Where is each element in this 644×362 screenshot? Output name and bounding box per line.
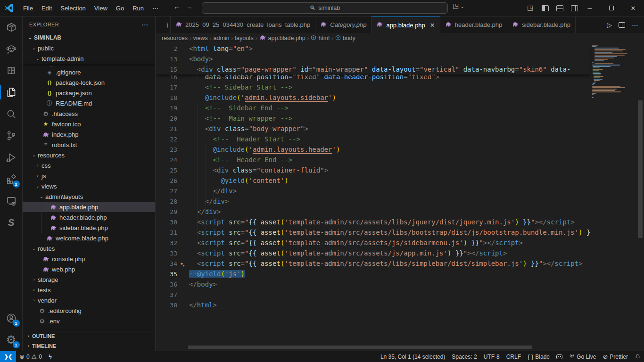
tree-item-views[interactable]: ⌄views — [23, 181, 155, 191]
code-line-26[interactable]: 26 @yield('content') — [156, 175, 590, 186]
activity-package-icon[interactable] — [0, 16, 23, 38]
tree-item-vendor[interactable]: ›vendor — [23, 295, 155, 305]
restore-button[interactable] — [601, 0, 622, 16]
command-center-search[interactable]: 🔍︎ siminlab — [202, 2, 448, 14]
minimap[interactable] — [590, 43, 637, 351]
tree-item-template-admin[interactable]: ⌄template-admin — [23, 53, 155, 64]
activity-remote-explorer-icon[interactable] — [0, 190, 23, 212]
status-eol[interactable]: CRLF — [503, 351, 524, 362]
tree-item-resources[interactable]: ⌄resources — [23, 150, 155, 160]
tree-item-public[interactable]: ⌄public — [23, 43, 155, 53]
breadcrumb-item-resources[interactable]: resources — [162, 35, 188, 41]
minimize-button[interactable]: ─ — [579, 0, 601, 16]
breadcrumb-item-html[interactable]: html — [311, 35, 330, 42]
tree-item-welcome-blade-php[interactable]: welcome.blade.php — [23, 233, 155, 243]
tree-item-sidebar-blade-php[interactable]: sidebar.blade.php — [23, 222, 155, 233]
run-file-icon[interactable]: ▷ — [607, 21, 612, 29]
tree-item--htaccess[interactable]: ⚙.htaccess — [23, 108, 155, 119]
menu-file[interactable]: File — [19, 3, 37, 14]
activity-source-control-icon[interactable] — [0, 125, 23, 147]
tree-item-css[interactable]: ›css — [23, 160, 155, 171]
remote-indicator[interactable]: ❯❮ — [0, 351, 16, 362]
code-line-23[interactable]: 23 @include('admin.layouts.header') — [156, 144, 590, 155]
code-line-19[interactable]: 19 <!-- Sidebar End --> — [156, 103, 590, 113]
code-line-2[interactable]: 2<html lang="en"> — [156, 43, 590, 54]
tab-app-blade-php[interactable]: app.blade.php✕ — [372, 16, 440, 33]
tree-item--gitignore[interactable]: ◈.gitignore — [23, 67, 155, 77]
copilot-sparkle-icon[interactable]: ✦ — [180, 260, 186, 267]
activity-s-logo-icon[interactable]: S — [0, 212, 23, 233]
activity-run-debug-icon[interactable] — [0, 147, 23, 168]
tree-item-storage[interactable]: ›storage — [23, 274, 155, 285]
tree-item-favicon-ico[interactable]: ★favicon.ico — [23, 119, 155, 129]
status-prettier[interactable]: ⊘Prettier — [599, 351, 631, 362]
status-cursor-position[interactable]: Ln 35, Col 1 (14 selected) — [377, 351, 448, 362]
menu-view[interactable]: View — [90, 3, 112, 14]
split-editor-icon[interactable] — [619, 22, 625, 28]
tree-item-index-php[interactable]: index.php — [23, 129, 155, 140]
code-line-13[interactable]: 13<body> — [156, 54, 590, 64]
code-line-32[interactable]: 32 <script src="{{ asset('template-admin… — [156, 238, 590, 248]
code-line-27[interactable]: 27 </div> — [156, 186, 590, 196]
tree-item-package-lock-json[interactable]: {}package-lock.json — [23, 77, 155, 88]
status-copilot-status[interactable] — [553, 351, 566, 362]
close-button[interactable]: ✕ — [622, 0, 644, 16]
menu-⋯[interactable]: ⋯ — [148, 3, 163, 14]
tree-item--editorconfig[interactable]: ⚙.editorconfig — [23, 305, 155, 316]
status-go-live[interactable]: Go Live — [566, 351, 599, 362]
panel-timeline[interactable]: ›TIMELINE — [23, 341, 155, 351]
breadcrumb-item-views[interactable]: views — [193, 35, 208, 41]
sticky-scroll[interactable]: 2<html lang="en">13<body>15 <div class="… — [156, 43, 590, 74]
menu-run[interactable]: Run — [128, 3, 148, 14]
code-line-15[interactable]: 15 <div class="page-wrapper" id="main-wr… — [156, 64, 590, 74]
breadcrumb-item-body[interactable]: body — [335, 35, 355, 42]
code-line-31[interactable]: 31 <script src="{{ asset('template-admin… — [156, 227, 590, 238]
code-line-35[interactable]: 35··@yield('js') — [156, 269, 590, 279]
menu-go[interactable]: Go — [112, 3, 128, 14]
nav-forward-icon[interactable]: → — [185, 2, 192, 10]
editor[interactable]: 16 data-sidebar-position="fixed" data-he… — [156, 43, 644, 351]
tree-item-siminlab[interactable]: ⌄SIMINLAB — [23, 33, 155, 43]
tree-item-web-php[interactable]: web.php — [23, 264, 155, 274]
code-line-28[interactable]: 28 </div> — [156, 196, 590, 206]
code-line-34[interactable]: 34 <script src="{{ asset('template-admin… — [156, 258, 590, 269]
status-indentation[interactable]: Spaces: 2 — [448, 351, 480, 362]
tab-2025-09-25-034430-create-loans-table-php[interactable]: 2025_09_25_034430_create_loans_table.php — [171, 16, 315, 33]
code-line-24[interactable]: 24 <!-- Header End --> — [156, 155, 590, 165]
code-line-21[interactable]: 21 <div class="body-wrapper"> — [156, 123, 590, 134]
tree-item-admin-layouts[interactable]: ⌄admin\layouts — [23, 191, 155, 202]
activity-account-icon[interactable]: 1 — [0, 307, 23, 329]
breadcrumb-item-admin[interactable]: admin — [214, 35, 230, 41]
toggle-sidebar-icon[interactable] — [542, 5, 549, 11]
explorer-more-actions-icon[interactable]: ⋯ — [142, 21, 149, 28]
status-encoding[interactable]: UTF-8 — [480, 351, 503, 362]
code-line-30[interactable]: 30 <script src="{{ asset('template-admin… — [156, 217, 590, 227]
toggle-secondary-sidebar-icon[interactable] — [571, 5, 578, 11]
tree-item-routes[interactable]: ⌄routes — [23, 243, 155, 254]
activity-book-icon[interactable] — [0, 60, 23, 82]
customize-layout-icon[interactable] — [527, 5, 534, 11]
lightning-indicator[interactable]: ϟ — [45, 351, 55, 362]
code-line-38[interactable]: 38</html> — [156, 300, 590, 310]
status-language-mode[interactable]: { }Blade — [524, 351, 553, 362]
code-line-29[interactable]: 29 </div> — [156, 206, 590, 217]
problems-indicator[interactable]: ⊗ 0 ⚠︎ 0 — [16, 351, 45, 362]
editor-more-actions-icon[interactable]: ⋯ — [632, 21, 638, 29]
breadcrumb-item-layouts[interactable]: layouts — [235, 35, 254, 41]
tab-category-php[interactable]: Category.php — [315, 16, 372, 33]
tree-item-console-php[interactable]: console.php — [23, 254, 155, 264]
code-viewport[interactable]: 16 data-sidebar-position="fixed" data-he… — [156, 43, 590, 351]
code-line-37[interactable]: 37 — [156, 289, 590, 300]
tree-item-readme-md[interactable]: ⓘREADME.md — [23, 98, 155, 108]
tree-item-header-blade-php[interactable]: header.blade.php — [23, 212, 155, 222]
code-line-36[interactable]: 36</body> — [156, 279, 590, 289]
activity-explorer-icon[interactable] — [0, 82, 23, 103]
activity-search-icon[interactable] — [0, 103, 23, 125]
code-line-17[interactable]: 17 <!-- Sidebar Start --> — [156, 82, 590, 92]
tree-item--env[interactable]: ⚙.env — [23, 316, 155, 326]
activity-extensions-icon[interactable]: 2 — [0, 168, 23, 190]
menu-edit[interactable]: Edit — [37, 3, 56, 14]
menu-selection[interactable]: Selection — [56, 3, 90, 14]
toggle-panel-icon[interactable] — [556, 5, 563, 11]
tree-item-app-blade-php[interactable]: app.blade.php — [23, 202, 155, 212]
